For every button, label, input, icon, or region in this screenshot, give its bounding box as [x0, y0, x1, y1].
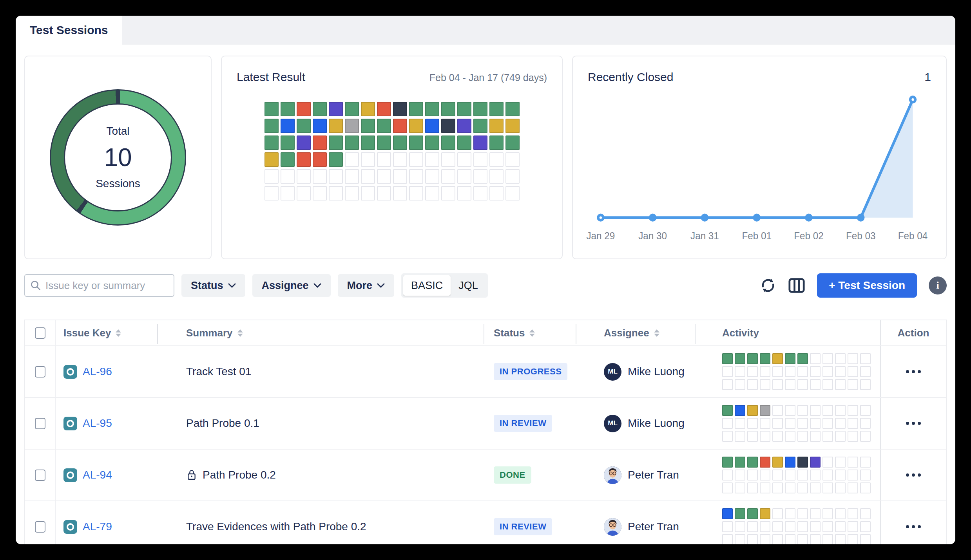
- column-header-status[interactable]: Status: [484, 327, 576, 339]
- activity-square: [848, 482, 858, 493]
- result-cell: [281, 186, 295, 201]
- issue-key-link[interactable]: AL-95: [83, 417, 112, 430]
- result-cell: [313, 119, 327, 133]
- action-cell: [880, 346, 946, 397]
- activity-square: [835, 353, 846, 364]
- row-checkbox[interactable]: [35, 470, 45, 481]
- result-cell: [473, 102, 487, 116]
- column-header-summary[interactable]: Summary: [158, 327, 484, 339]
- result-cell: [377, 169, 391, 184]
- issue-key-link[interactable]: AL-79: [83, 520, 112, 533]
- result-cell: [425, 152, 439, 167]
- basic-mode-segment[interactable]: BASIC: [403, 275, 451, 296]
- activity-square: [785, 482, 795, 493]
- row-actions-button[interactable]: [902, 470, 925, 481]
- jql-mode-segment[interactable]: JQL: [451, 275, 486, 296]
- activity-square: [822, 366, 833, 377]
- activity-square: [772, 470, 783, 481]
- refresh-icon: [760, 277, 776, 294]
- activity-square: [860, 457, 871, 468]
- result-cell: [473, 152, 487, 167]
- activity-square: [722, 521, 733, 532]
- activity-square: [735, 366, 745, 377]
- x-axis-label: Jan 29: [586, 231, 615, 241]
- activity-square: [747, 457, 758, 468]
- summary-text: Trave Evidences with Path Probe 0.2: [186, 520, 366, 533]
- activity-square: [735, 379, 745, 390]
- activity-square: [735, 508, 745, 519]
- row-checkbox[interactable]: [35, 418, 45, 429]
- activity-square: [760, 418, 770, 429]
- data-point: [649, 214, 656, 222]
- result-cell: [489, 135, 504, 150]
- activity-square: [760, 366, 770, 377]
- result-cell: [409, 186, 423, 201]
- lock-icon-wrap: [186, 469, 197, 481]
- result-cell: [457, 186, 471, 201]
- x-axis-label: Feb 01: [742, 231, 772, 241]
- activity-square: [860, 521, 871, 532]
- activity-square: [785, 431, 795, 442]
- result-cell: [361, 119, 375, 133]
- row-checkbox[interactable]: [35, 521, 45, 533]
- result-cell: [313, 135, 327, 150]
- tab-label: Test Sessions: [30, 23, 108, 37]
- add-test-session-button[interactable]: + Test Session: [817, 273, 917, 298]
- tab-bar-spacer: [122, 16, 955, 45]
- result-cell: [441, 102, 455, 116]
- activity-square: [835, 534, 846, 544]
- refresh-button[interactable]: [760, 277, 776, 294]
- search-box: [24, 274, 174, 297]
- activity-square: [860, 353, 871, 364]
- result-cell: [409, 119, 423, 133]
- activity-square: [848, 431, 858, 442]
- activity-square: [860, 418, 871, 429]
- result-cell: [425, 169, 439, 184]
- row-actions-button[interactable]: [902, 521, 925, 532]
- row-actions-button[interactable]: [902, 366, 925, 377]
- assignee-filter-button[interactable]: Assignee: [252, 274, 331, 297]
- activity-square: [722, 457, 733, 468]
- data-point: [805, 214, 812, 222]
- x-axis-label: Feb 02: [794, 231, 824, 241]
- result-cell: [297, 135, 311, 150]
- more-filter-button[interactable]: More: [338, 274, 395, 297]
- activity-square: [822, 508, 833, 519]
- x-axis-label: Jan 30: [638, 231, 667, 241]
- activity-square: [785, 534, 795, 544]
- activity-square: [772, 521, 783, 532]
- row-actions-button[interactable]: [902, 418, 925, 429]
- summary-text: Track Test 01: [186, 365, 252, 378]
- result-cell: [393, 135, 407, 150]
- tab-bar: Test Sessions: [16, 16, 955, 45]
- total-sessions-card: Total 10 Sessions: [24, 56, 212, 259]
- issue-key-cell: AL-94: [56, 468, 158, 482]
- activity-square: [797, 457, 808, 468]
- column-header-issue-key[interactable]: Issue Key: [56, 327, 158, 339]
- info-icon[interactable]: i: [929, 276, 947, 294]
- row-checkbox[interactable]: [35, 366, 45, 378]
- issue-key-link[interactable]: AL-94: [83, 469, 112, 481]
- result-cell: [489, 169, 504, 184]
- activity-square: [822, 457, 833, 468]
- activity-square: [848, 457, 858, 468]
- result-cell: [345, 102, 359, 116]
- columns-button[interactable]: [788, 278, 805, 293]
- select-all-checkbox[interactable]: [35, 327, 45, 339]
- status-filter-button[interactable]: Status: [181, 274, 245, 297]
- tab-test-sessions[interactable]: Test Sessions: [16, 16, 122, 45]
- result-cell: [297, 102, 311, 116]
- activity-square: [848, 379, 858, 390]
- result-cell: [264, 169, 279, 184]
- result-cell: [441, 152, 455, 167]
- lock-icon: [186, 469, 197, 481]
- user-photo: [604, 518, 621, 536]
- activity-square: [722, 470, 733, 481]
- result-cell: [329, 102, 343, 116]
- issue-key-link[interactable]: AL-96: [83, 365, 112, 378]
- column-header-assignee[interactable]: Assignee: [576, 327, 696, 339]
- assignee-cell: MLMike Luong: [576, 363, 696, 381]
- activity-square: [747, 470, 758, 481]
- result-cell: [393, 186, 407, 201]
- search-input[interactable]: [24, 274, 174, 297]
